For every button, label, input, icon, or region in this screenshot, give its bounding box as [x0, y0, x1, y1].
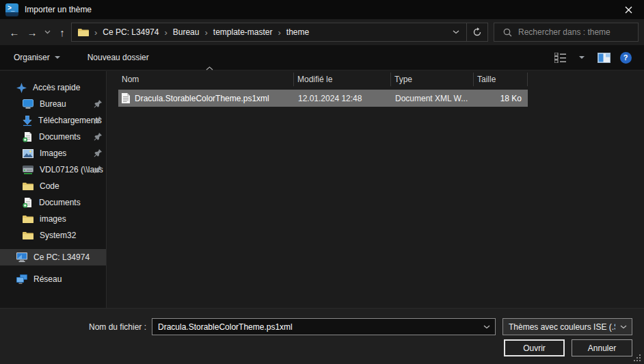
navigation-pane: Accès rapide Bureau Téléchargements [0, 71, 107, 308]
search-input[interactable] [518, 27, 634, 37]
navigation-bar: ← → ↑ › Ce PC: L34974 › Bureau › templat… [0, 19, 644, 45]
pin-icon [94, 165, 103, 174]
up-icon[interactable]: ↑ [53, 23, 71, 41]
pin-icon [94, 132, 103, 141]
back-icon[interactable]: ← [5, 23, 23, 41]
pictures-icon [23, 149, 33, 158]
content-area: Accès rapide Bureau Téléchargements [0, 71, 644, 308]
search-box [494, 23, 639, 42]
nav-buttons: ← → ↑ [5, 19, 71, 45]
new-folder-label: Nouveau dossier [88, 53, 149, 62]
breadcrumb-item-template-master[interactable]: template-master [213, 27, 273, 37]
close-icon[interactable] [617, 0, 640, 19]
pin-icon [94, 99, 103, 108]
title-bar: >_ Importer un thème [0, 0, 644, 19]
xml-document-icon [122, 93, 130, 103]
sidebar-item-documents[interactable]: Documents [0, 129, 106, 145]
window-title: Importer un thème [25, 5, 92, 14]
breadcrumb-item-theme[interactable]: theme [286, 27, 309, 37]
file-modified-cell: 12.01.2024 12:48 [294, 94, 391, 103]
file-name-cell: Dracula.StorableColorTheme.ps1xml [118, 93, 294, 103]
breadcrumb-chevron-icon[interactable]: › [273, 27, 286, 38]
folder-icon [23, 182, 33, 191]
documents-icon [23, 132, 33, 142]
sidebar-item-code[interactable]: Code [0, 178, 106, 194]
file-size-cell: 18 Ko [474, 94, 528, 103]
network-icon [16, 274, 27, 284]
open-button[interactable]: Ouvrir [504, 339, 565, 356]
column-header-type[interactable]: Type [391, 73, 474, 86]
refresh-icon[interactable] [467, 23, 487, 41]
dialog-footer: Nom du fichier : Thèmes avec couleurs IS… [0, 308, 644, 364]
change-view-icon[interactable] [551, 49, 569, 66]
column-header-size[interactable]: Taille [474, 73, 528, 86]
resize-grip[interactable] [634, 354, 641, 362]
organize-label: Organiser [14, 53, 50, 62]
filename-input[interactable] [152, 322, 479, 332]
filename-combo [152, 318, 496, 335]
command-toolbar: Organiser Nouveau dossier [0, 45, 644, 70]
quick-access-star-icon [16, 83, 27, 93]
breadcrumb-item-pc[interactable]: Ce PC: L34974 [103, 27, 159, 37]
breadcrumb-chevron-icon[interactable]: › [199, 27, 213, 38]
view-options-chevron-icon[interactable] [573, 49, 591, 66]
breadcrumb-chevron-icon[interactable]: › [159, 27, 172, 38]
computer-icon [16, 252, 27, 262]
sidebar-item-network-drive[interactable]: VDL07126 (\\laus [0, 161, 106, 178]
pin-icon [94, 116, 103, 125]
column-header-modified[interactable]: Modifié le [294, 73, 391, 86]
address-bar[interactable]: › Ce PC: L34974 › Bureau › template-mast… [71, 23, 488, 42]
breadcrumb-chevron-icon[interactable]: › [89, 27, 103, 38]
sidebar-item-system32[interactable]: System32 [0, 227, 106, 244]
chevron-down-icon [579, 56, 585, 59]
import-theme-dialog: { "window": { "title": "Importer un thèm… [0, 0, 644, 364]
address-dropdown-chevron-icon[interactable] [446, 23, 466, 41]
sidebar-item-images[interactable]: Images [0, 145, 106, 161]
column-header-name[interactable]: Nom [118, 73, 294, 86]
breadcrumb-item-bureau[interactable]: Bureau [173, 27, 200, 37]
preview-pane-icon[interactable] [595, 49, 613, 66]
sidebar-item-images-folder[interactable]: images [0, 211, 106, 227]
sidebar-item-this-pc[interactable]: Ce PC: L34974 [0, 249, 106, 265]
sidebar-item-telechargements[interactable]: Téléchargements [0, 112, 106, 129]
file-name-text: Dracula.StorableColorTheme.ps1xml [135, 94, 269, 103]
filetype-value: Thèmes avec couleurs ISE (.Stor [509, 322, 629, 332]
help-icon[interactable]: ? [617, 49, 634, 66]
folder-icon [23, 231, 33, 240]
recent-locations-chevron-icon[interactable] [41, 23, 53, 41]
organize-menu-button[interactable]: Organiser [14, 53, 60, 62]
sidebar-item-documents-2[interactable]: Documents [0, 194, 106, 211]
documents-icon [23, 198, 33, 208]
sidebar-gap [0, 265, 106, 271]
sidebar-gap [0, 244, 106, 249]
new-folder-button[interactable]: Nouveau dossier [88, 53, 149, 62]
pin-icon [94, 148, 103, 157]
sort-ascending-icon [206, 66, 213, 70]
toolbar-right-group: ? [551, 49, 634, 66]
file-row-selected[interactable]: Dracula.StorableColorTheme.ps1xml 12.01.… [118, 90, 528, 107]
filetype-dropdown-chevron-icon[interactable] [615, 319, 632, 335]
powershell-icon: >_ [5, 3, 18, 16]
chevron-down-icon [55, 56, 60, 59]
forward-icon[interactable]: → [23, 23, 41, 41]
column-header-row: Nom Modifié le Type Taille [118, 71, 644, 87]
search-icon [503, 28, 512, 37]
network-drive-icon [23, 165, 33, 174]
file-list-area[interactable]: Nom Modifié le Type Taille Dracula.Stora… [107, 71, 644, 308]
cancel-button[interactable]: Annuler [572, 339, 632, 356]
desktop-icon [23, 99, 33, 109]
downloads-icon [23, 116, 32, 126]
sidebar-item-reseau[interactable]: Réseau [0, 271, 106, 287]
folder-icon [78, 28, 89, 37]
file-type-cell: Document XML W... [391, 94, 474, 103]
filetype-select[interactable]: Thèmes avec couleurs ISE (.Stor [502, 318, 632, 335]
filename-label: Nom du fichier : [0, 322, 146, 332]
sidebar-item-quick-access[interactable]: Accès rapide [0, 79, 106, 96]
sidebar-item-bureau[interactable]: Bureau [0, 96, 106, 112]
filename-dropdown-chevron-icon[interactable] [479, 319, 495, 335]
folder-icon [23, 215, 33, 224]
